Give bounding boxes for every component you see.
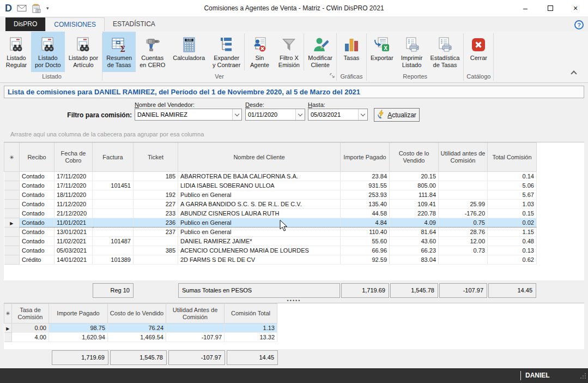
estadistica-de-tasas-button[interactable]: Estadística de Tasas [427,32,464,72]
tab-estadistica[interactable]: ESTADÍSTICA [105,17,163,31]
ribbon-tabstrip: DisPRO COMISIONES ESTADÍSTICA ? [0,16,588,31]
column-header-utilidad[interactable]: Utilidad antes de Comisión [439,143,488,172]
grid-totals-bar: Reg 10 Sumas Totales en PESOS 1,719.69 1… [4,283,584,298]
column-header-costo[interactable]: Costo de lo Vendido [390,143,439,172]
summary-total-comision: 14.45 [227,350,278,365]
document-binoculars-icon [75,34,92,55]
modificar-cliente-button[interactable]: Modificar Cliente [304,32,336,72]
print-list-icon [404,34,420,55]
report-clipboard-icon[interactable] [32,4,41,13]
summary-totals-bar: 1,719.69 1,545.78 -107.97 14.45 [4,350,584,366]
column-header-total[interactable]: Total Comisión [488,143,537,172]
table-row[interactable]: 4.00 1,620.94 1,469.54 -107.97 13.32 [4,333,277,342]
imprimir-listado-button[interactable]: Imprimir Listado [397,32,427,72]
column-header-factura[interactable]: Factura [93,143,134,172]
listado-regular-button[interactable]: Listado Regular [2,32,31,72]
print-list-icon [437,34,453,55]
collapse-ribbon-icon[interactable] [572,68,576,78]
hasta-label: Hasta: [308,101,325,108]
ribbon-group-label: Catálogo [464,72,493,82]
table-row[interactable]: Contado05/03/2021385ACENCIO COLMENERO MA… [4,246,537,255]
column-header-comision[interactable]: Comisión Total [225,304,277,324]
app-window: D ▾ Comisiones a Agentes de Venta - Matr… [0,0,588,383]
hasta-combo[interactable]: 05/03/2021 [308,109,368,121]
grid-header-row: ✳ Tasa de Comisión Importe Pagado Costo … [4,304,277,324]
column-header-importe[interactable]: Importe Pagado [49,304,108,324]
column-header-ticket[interactable]: Ticket [134,143,178,172]
listado-por-docto-button[interactable]: Listado por Docto [31,32,65,72]
column-header-fecha[interactable]: Fecha de Cobro [54,143,93,172]
qat-customize-arrow-icon[interactable]: ▾ [46,5,49,11]
minimize-button[interactable]: – [513,0,538,16]
svg-text:0,00: 0,00 [186,39,191,41]
ribbon-group-label: Listado [2,72,102,82]
listado-por-articulo-button[interactable]: Listado por Artículo [65,32,102,72]
chevron-down-icon[interactable] [232,109,241,120]
funnel-icon [281,34,297,55]
tab-dispro[interactable]: DisPRO [5,17,45,31]
mail-icon[interactable] [17,4,27,12]
tasas-button[interactable]: Tasas [337,32,366,72]
table-row[interactable]: Contado21/12/2020233ABUNDIZ CISNEROS LAU… [4,209,537,218]
statusbar: DANIEL [0,368,588,383]
grid-header-row: ✳ Recibo Fecha de Cobro Factura Ticket N… [4,143,537,172]
close-button[interactable]: × [563,0,588,16]
totals-label: Sumas Totales en PESOS [178,283,340,298]
vendor-combo[interactable]: DANIEL RAMIREZ [135,109,242,121]
resumen-de-tasas-button[interactable]: Σ Resumen de Tasas [102,32,136,72]
table-sigma-icon: Σ [111,34,128,55]
table-row[interactable]: Contado17/11/2020101451LIDIA ISABEL SOBE… [4,181,537,190]
table-row[interactable]: Contado17/11/2020185ABARROTERA DE BAJA C… [4,172,537,181]
ribbon-group-reportes: X Exportar Imprimir Listado Esta [367,32,463,82]
table-row[interactable]: Contado13/01/2021237Publico en General11… [4,228,537,237]
sin-agente-button[interactable]: Sin Agente [245,32,274,72]
table-row-selected[interactable]: ▶ 0.00 98.75 76.24 1.13 [4,324,277,333]
table-row[interactable]: Contado11/12/2020227A GARRA BANDIDO S.C.… [4,200,537,209]
actualizar-button[interactable]: Actualizar [374,108,420,122]
desde-label: Desde: [245,101,264,108]
table-row[interactable]: Contado11/02/2021101487DANIEL RAMIREZ JA… [4,237,537,246]
statusbar-user: DANIEL [525,372,550,379]
app-logo-icon[interactable]: D [5,3,12,13]
selected-row-indicator-icon: ▶ [10,221,13,226]
calculadora-button[interactable]: 0,00 Calculadora [169,32,209,72]
column-header-recibo[interactable]: Recibo [20,143,54,172]
group-by-bar[interactable]: Arrastre aquí una columna de la cabecera… [4,127,584,141]
ribbon-group-label: Reportes [367,72,463,82]
column-header-importe[interactable]: Importe Pagado [341,143,390,172]
filtro-x-emision-button[interactable]: Filtro X Emisión [274,32,304,72]
vendor-label: Nombre del Vendedor: [135,101,195,108]
indicator-column-header: ✳ [4,304,12,324]
selected-row-indicator-icon: ▶ [6,326,9,331]
help-icon[interactable]: ? [574,20,584,29]
ribbon-group-label: Ver [102,72,336,82]
chevron-down-icon[interactable] [295,109,305,120]
chevron-down-icon[interactable] [358,109,367,120]
column-header-tasa[interactable]: Tasa de Comisión [12,304,49,324]
table-row[interactable]: Crédito14/01/20211013892D FARMS S DE RL … [4,255,537,265]
drill-icon [144,34,161,55]
ribbon-separator [493,33,494,81]
cerrar-button[interactable]: Cerrar [464,32,493,72]
content-area: Lista de comisiones para DANIEL RAMIREZ,… [0,83,588,368]
commission-list-banner: Lista de comisiones para DANIEL RAMIREZ,… [4,86,584,98]
rates-summary-grid: ✳ Tasa de Comisión Importe Pagado Costo … [4,303,584,349]
dialog-launcher-icon[interactable] [330,71,335,81]
expander-y-contraer-button[interactable]: Expander y Contraer [209,32,244,72]
splitter-handle[interactable]: ••••• [4,298,584,303]
table-row[interactable]: Contado18/11/2020192Publico en General25… [4,190,537,200]
tab-comisiones[interactable]: COMISIONES [45,17,105,31]
table-row-selected[interactable]: ▶Contado11/01/2021236Publico en General4… [4,218,537,228]
column-header-cliente[interactable]: Nombre del Cliente [178,143,341,172]
column-header-costo[interactable]: Costo de lo Vendido [108,304,166,324]
ribbon-group-ver: Σ Resumen de Tasas Cuentas en CERO 0,00 [102,32,336,82]
summary-total-importe: 1,719.69 [52,350,108,365]
record-count: Reg 10 [93,283,134,298]
resize-grip-icon[interactable] [580,372,586,381]
exportar-button[interactable]: X Exportar [367,32,397,72]
vendor-combo-value: DANIEL RAMIREZ [135,111,232,118]
cuentas-en-cero-button[interactable]: Cuentas en CERO [136,32,169,72]
maximize-button[interactable] [538,0,563,16]
column-header-utilidad[interactable]: Utilidad Antes de Comisión [166,304,225,324]
desde-combo[interactable]: 01/11/2020 [245,109,305,121]
